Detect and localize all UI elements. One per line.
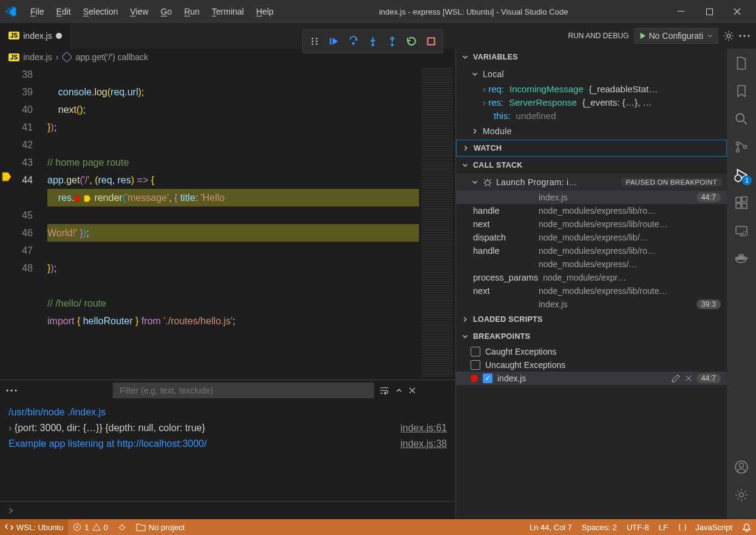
- search-icon[interactable]: [733, 111, 750, 128]
- scope-module[interactable]: Module: [456, 123, 727, 140]
- breadcrumb-file: index.js: [23, 52, 52, 62]
- drag-handle-icon[interactable]: [305, 32, 324, 50]
- chevron-up-icon[interactable]: [395, 386, 403, 395]
- step-out-button[interactable]: [383, 32, 401, 50]
- scope-local[interactable]: Local: [456, 66, 727, 83]
- step-into-button[interactable]: [364, 32, 382, 50]
- ellipsis-icon[interactable]: [739, 35, 750, 37]
- source-control-icon[interactable]: [733, 138, 750, 155]
- section-breakpoints[interactable]: BREAKPOINTS: [456, 328, 727, 345]
- callstack-session[interactable]: Launch Program: i… PAUSED ON BREAKPOINT: [456, 174, 727, 191]
- checkbox[interactable]: [471, 360, 480, 370]
- checkbox[interactable]: ✓: [483, 373, 492, 383]
- menu-file[interactable]: File: [24, 4, 50, 19]
- stack-frame[interactable]: handlenode_modules/express/lib/ro…: [456, 204, 727, 217]
- stop-button[interactable]: [422, 32, 440, 50]
- stack-frame[interactable]: index.js39:3: [456, 298, 727, 311]
- run-debug-icon[interactable]: 1: [733, 166, 750, 183]
- warning-icon: [92, 523, 101, 531]
- continue-button[interactable]: [325, 32, 343, 50]
- svg-rect-27: [736, 197, 741, 202]
- config-label: No Configurati: [649, 31, 704, 41]
- menu-edit[interactable]: Edit: [50, 4, 77, 19]
- tab-index-js[interactable]: JS index.js 1: [0, 23, 70, 49]
- chevron-down-icon: [471, 70, 479, 78]
- stack-frame[interactable]: nextnode_modules/express/lib/route…: [456, 217, 727, 231]
- stack-frame[interactable]: index.js44:7: [456, 191, 727, 204]
- bookmark-icon[interactable]: [733, 83, 750, 100]
- docker-icon[interactable]: [733, 250, 750, 267]
- svg-point-26: [735, 175, 741, 182]
- checkbox[interactable]: [471, 347, 480, 356]
- stack-frame[interactable]: dispatchnode_modules/express/lib/…: [456, 231, 727, 244]
- indentation[interactable]: Spaces: 2: [577, 519, 622, 535]
- section-watch[interactable]: WATCH: [456, 140, 727, 157]
- menu-selection[interactable]: Selection: [77, 4, 124, 19]
- restart-button[interactable]: [403, 32, 421, 50]
- svg-point-13: [352, 42, 355, 45]
- project-indicator[interactable]: No project: [131, 519, 189, 535]
- section-loaded-scripts[interactable]: LOADED SCRIPTS: [456, 311, 727, 328]
- bp-caught[interactable]: Caught Exceptions: [456, 345, 727, 358]
- section-variables[interactable]: VARIABLES: [456, 49, 727, 66]
- bp-file[interactable]: ✓ index.js 44:7: [456, 372, 727, 385]
- minimize-button[interactable]: [667, 0, 695, 23]
- maximize-button[interactable]: [695, 0, 723, 23]
- menu-help[interactable]: Help: [250, 4, 280, 19]
- svg-point-42: [120, 525, 124, 530]
- problems-indicator[interactable]: 1 0: [68, 519, 112, 535]
- svg-point-4: [743, 35, 745, 36]
- gear-icon[interactable]: [723, 30, 734, 41]
- ellipsis-icon[interactable]: [6, 389, 17, 392]
- cursor-position[interactable]: Ln 44, Col 7: [525, 519, 577, 535]
- notifications-icon[interactable]: [737, 519, 756, 535]
- close-icon[interactable]: [684, 374, 693, 383]
- stack-frame[interactable]: nextnode_modules/express/lib/route…: [456, 284, 727, 298]
- menu-view[interactable]: View: [124, 4, 154, 19]
- debug-target[interactable]: [113, 519, 131, 535]
- account-icon[interactable]: [733, 458, 750, 475]
- svg-rect-17: [62, 52, 72, 62]
- svg-rect-36: [739, 255, 741, 257]
- console-filter-input[interactable]: [113, 383, 374, 398]
- chevron-down-icon: [471, 178, 479, 186]
- code-area[interactable]: console.log(req.url); next(); }); // hom…: [47, 66, 419, 380]
- remote-explorer-icon[interactable]: [733, 222, 750, 239]
- language-mode[interactable]: { } JavaScript: [673, 519, 737, 535]
- repl-input[interactable]: [0, 501, 455, 519]
- minimap[interactable]: [419, 66, 455, 380]
- editor[interactable]: 38394041424344 45464748 console.log(req.…: [0, 66, 455, 380]
- explorer-icon[interactable]: [733, 55, 750, 72]
- word-wrap-icon[interactable]: [379, 385, 390, 396]
- close-window-button[interactable]: [723, 0, 751, 23]
- menu-terminal[interactable]: Terminal: [206, 4, 250, 19]
- extensions-icon[interactable]: [733, 194, 750, 211]
- execution-pointer-icon: [83, 194, 92, 203]
- variable-row[interactable]: › req: IncomingMessage {_readableStat…: [456, 83, 727, 96]
- remote-icon: [5, 523, 13, 531]
- stack-frame[interactable]: node_modules/express/…: [456, 257, 727, 271]
- stack-frame[interactable]: process_paramsnode_modules/expr…: [456, 271, 727, 284]
- run-config-selector[interactable]: No Configurati: [634, 28, 719, 44]
- encoding[interactable]: UTF-8: [622, 519, 654, 535]
- stack-frame[interactable]: handlenode_modules/express/lib/ro…: [456, 244, 727, 257]
- section-callstack[interactable]: CALL STACK: [456, 157, 727, 174]
- menu-run[interactable]: Run: [178, 4, 206, 19]
- close-icon[interactable]: [408, 386, 417, 395]
- eol[interactable]: LF: [654, 519, 673, 535]
- step-over-button[interactable]: [344, 32, 363, 50]
- edit-icon[interactable]: [671, 373, 681, 383]
- svg-rect-30: [742, 197, 747, 202]
- bp-uncaught[interactable]: Uncaught Exceptions: [456, 358, 727, 372]
- remote-indicator[interactable]: WSL: Ubuntu: [0, 519, 68, 535]
- console-line: › {port: 3000, dir: {…}} {depth: null, c…: [9, 420, 447, 436]
- variable-row[interactable]: › res: ServerResponse {_events: {…}, …: [456, 96, 727, 109]
- svg-rect-1: [706, 9, 712, 15]
- menu-go[interactable]: Go: [154, 4, 178, 19]
- variable-row[interactable]: this: undefined: [456, 109, 727, 123]
- console-output[interactable]: /usr/bin/node ./index.js › {port: 3000, …: [0, 401, 455, 501]
- chevron-right-icon: [461, 315, 469, 324]
- bug-small-icon: [118, 523, 126, 531]
- svg-point-19: [10, 389, 12, 391]
- settings-gear-icon[interactable]: [733, 486, 750, 503]
